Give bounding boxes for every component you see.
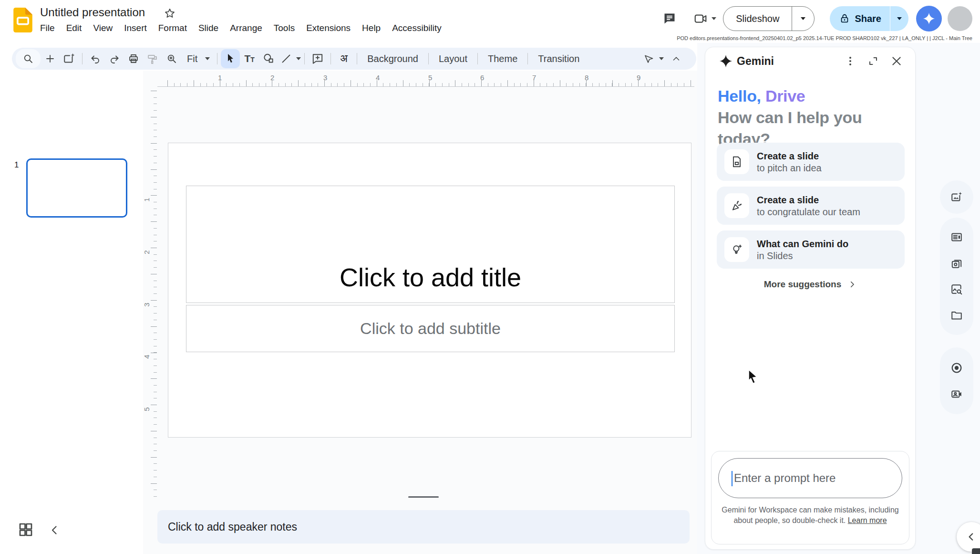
chevron-down-icon <box>659 57 664 60</box>
share-dropdown[interactable] <box>890 6 908 31</box>
chevron-left-icon <box>48 523 62 537</box>
folder-icon[interactable] <box>950 309 963 322</box>
share-button[interactable]: Share <box>830 6 908 31</box>
slideshow-label[interactable]: Slideshow <box>723 7 792 31</box>
title-placeholder-text: Click to add title <box>340 262 521 303</box>
zoom-fit-select[interactable]: Fit <box>181 53 214 64</box>
subtitle-placeholder-text: Click to add subtitle <box>360 319 501 338</box>
redo-button[interactable] <box>105 49 124 68</box>
menu-item-help[interactable]: Help <box>356 22 386 34</box>
search-menus-button[interactable] <box>16 49 41 68</box>
menu-item-view[interactable]: View <box>87 22 118 34</box>
paint-format-button[interactable] <box>143 49 162 68</box>
speaker-notes[interactable]: Click to add speaker notes <box>157 510 690 544</box>
suggestion-subtitle: in Slides <box>757 250 848 261</box>
side-rail-top <box>940 180 973 214</box>
menu-item-tools[interactable]: Tools <box>268 22 300 34</box>
suggestion-card[interactable]: Create a slide to congratulate our team <box>717 187 905 225</box>
menu-item-insert[interactable]: Insert <box>118 22 153 34</box>
article-icon[interactable] <box>950 231 963 243</box>
photo-stack-icon[interactable] <box>950 257 963 270</box>
ruler-number: 3 <box>323 73 327 82</box>
ruler-number: 8 <box>585 73 588 82</box>
layout-button[interactable]: Layout <box>432 53 474 64</box>
ruler-number: 6 <box>480 73 484 82</box>
toolbar-separator <box>330 53 331 64</box>
menu-item-slide[interactable]: Slide <box>193 22 224 34</box>
input-tools-button[interactable]: अ <box>334 49 353 68</box>
slide-page-icon <box>731 156 743 168</box>
pointer-options-button[interactable] <box>641 49 664 68</box>
suggestion-subtitle: to congratulate our team <box>757 206 860 218</box>
toolbar-separator <box>428 53 429 64</box>
insert-shape-button[interactable] <box>259 49 278 68</box>
background-button[interactable]: Background <box>361 53 425 64</box>
grid-view-button[interactable] <box>17 521 34 538</box>
comment-history-icon[interactable] <box>658 7 681 30</box>
insert-line-button[interactable] <box>278 49 301 68</box>
gemini-panel-header: Gemini <box>705 47 915 76</box>
text-box-button[interactable]: TT <box>240 49 259 68</box>
toolbar: Fit TT <box>12 48 696 70</box>
expand-panel-icon[interactable] <box>867 55 879 67</box>
record-icon[interactable] <box>950 361 963 375</box>
side-rail-middle <box>940 218 973 335</box>
slides-logo-icon[interactable] <box>13 8 32 32</box>
subtitle-placeholder-box[interactable]: Click to add subtitle <box>186 305 675 352</box>
collapse-toolbar-button[interactable] <box>667 49 686 68</box>
transition-button[interactable]: Transition <box>531 53 586 64</box>
video-camera-icon <box>693 11 708 26</box>
more-options-icon[interactable] <box>845 55 856 67</box>
filmstrip: 1 <box>0 71 143 554</box>
menu-item-extensions[interactable]: Extensions <box>300 22 356 34</box>
menu-item-edit[interactable]: Edit <box>61 22 88 34</box>
collapse-filmstrip-button[interactable] <box>48 523 62 537</box>
image-sparkle-icon[interactable] <box>950 191 963 203</box>
zoom-fit-value: Fit <box>187 53 197 64</box>
print-button[interactable] <box>124 49 143 68</box>
menu-item-accessibility[interactable]: Accessibility <box>386 22 447 34</box>
new-slide-button[interactable] <box>41 49 60 68</box>
toolbar-separator <box>357 53 357 64</box>
present-to-meeting-button[interactable] <box>693 11 716 26</box>
line-tool-icon <box>280 53 292 64</box>
select-tool-button[interactable] <box>221 49 240 68</box>
gemini-prompt-input[interactable] <box>718 458 902 498</box>
notes-resize-handle[interactable] <box>408 496 439 498</box>
menu-item-file[interactable]: File <box>34 22 61 34</box>
slideshow-dropdown[interactable] <box>792 7 814 31</box>
more-suggestions-button[interactable]: More suggestions <box>705 279 915 290</box>
menu-item-format[interactable]: Format <box>153 22 193 34</box>
slideshow-button[interactable]: Slideshow <box>723 6 815 31</box>
account-avatar[interactable] <box>948 6 972 31</box>
toolbar-separator <box>82 53 83 64</box>
zoom-button[interactable] <box>162 49 181 68</box>
zoom-in-icon <box>166 53 177 64</box>
insert-comment-button[interactable] <box>308 49 327 68</box>
new-slide-with-gemini-button[interactable] <box>60 49 79 68</box>
menu-item-arrange[interactable]: Arrange <box>224 22 268 34</box>
meet-camera-icon[interactable] <box>950 388 963 400</box>
ruler-number: 1 <box>143 198 151 201</box>
undo-button[interactable] <box>86 49 105 68</box>
plus-icon <box>44 53 56 64</box>
print-icon <box>128 53 139 64</box>
slide-thumbnail[interactable] <box>26 158 127 218</box>
theme-button[interactable]: Theme <box>481 53 524 64</box>
gemini-panel: Gemini Hello, Drive How can I help you t… <box>705 47 916 550</box>
ruler-number: 5 <box>143 407 151 411</box>
horizontal-ruler: 1 2 3 4 5 6 7 8 9 <box>157 73 694 87</box>
image-search-icon[interactable] <box>950 283 963 295</box>
suggestion-card[interactable]: What can Gemini do in Slides <box>717 230 905 269</box>
prompt-text-field[interactable] <box>734 459 896 498</box>
gemini-button[interactable] <box>916 6 942 31</box>
gemini-disclaimer: Gemini for Workspace can make mistakes, … <box>712 505 909 526</box>
learn-more-link[interactable]: Learn more <box>848 516 887 524</box>
gemini-spark-icon <box>719 54 733 68</box>
title-placeholder-box[interactable]: Click to add title <box>186 186 675 303</box>
close-panel-icon[interactable] <box>890 55 903 67</box>
star-icon[interactable] <box>164 8 175 19</box>
document-title[interactable]: Untitled presentation <box>40 6 145 19</box>
slide-editor-canvas[interactable]: Click to add title Click to add subtitle <box>168 143 691 438</box>
suggestion-card[interactable]: Create a slide to pitch an idea <box>717 143 905 181</box>
